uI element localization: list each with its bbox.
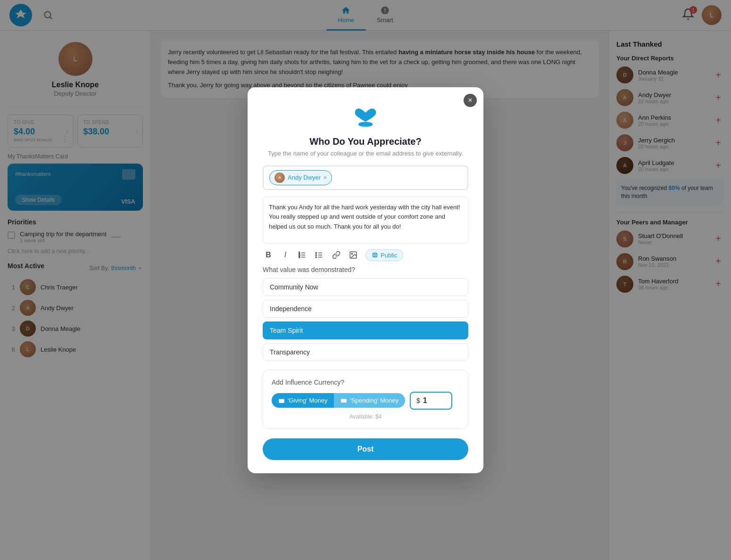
available-text: Available: $4 [272, 413, 459, 420]
giving-money-button[interactable]: 'Giving' Money [272, 393, 334, 408]
svg-point-13 [316, 252, 316, 253]
svg-point-15 [316, 256, 316, 257]
recipient-field[interactable]: A Andy Dwyer × [263, 165, 468, 190]
spending-money-button[interactable]: 'Spending' Money [334, 393, 405, 408]
recipient-chip: A Andy Dwyer × [269, 170, 332, 185]
modal-close-button[interactable]: × [464, 94, 477, 107]
modal-title: Who Do You Appreciate? [263, 136, 468, 147]
italic-button[interactable]: I [280, 249, 291, 261]
amount-value: 1 [423, 396, 427, 405]
post-button[interactable]: Post [263, 438, 468, 460]
svg-rect-20 [279, 399, 284, 403]
message-text: Thank you Andy for all the hard work yes… [269, 203, 462, 232]
value-team-spirit[interactable]: Team Spirit [263, 321, 468, 339]
dollar-sign: $ [416, 397, 420, 404]
svg-point-17 [351, 253, 352, 254]
value-community-now[interactable]: Community Now [263, 278, 468, 296]
format-toolbar: B I 123 [263, 249, 468, 261]
svg-text:3: 3 [299, 256, 300, 258]
amount-input[interactable]: $ 1 [410, 392, 452, 410]
currency-toggle: 'Giving' Money 'Spending' Money [272, 393, 405, 408]
svg-rect-3 [359, 122, 372, 125]
bold-button[interactable]: B [263, 249, 274, 261]
svg-point-14 [316, 255, 316, 255]
public-visibility-badge[interactable]: Public [366, 249, 403, 261]
message-area[interactable]: Thank you Andy for all the hard work yes… [263, 197, 468, 244]
modal-overlay[interactable]: × Who Do You Appreciate? Type the name o… [0, 0, 731, 560]
value-transparency[interactable]: Transparency [263, 343, 468, 361]
value-independence[interactable]: Independence [263, 300, 468, 318]
ordered-list-button[interactable]: 123 [297, 249, 308, 261]
currency-row: 'Giving' Money 'Spending' Money $ 1 [272, 392, 459, 410]
currency-section: Add Influence Currency? 'Giving' Money '… [263, 370, 468, 429]
appreciate-modal: × Who Do You Appreciate? Type the name o… [248, 87, 483, 473]
chip-avatar: A [274, 173, 285, 183]
link-button[interactable] [331, 249, 342, 261]
values-label: What value was demonstrated? [263, 266, 468, 273]
values-section: What value was demonstrated? Community N… [263, 266, 468, 361]
currency-label: Add Influence Currency? [272, 379, 459, 386]
unordered-list-button[interactable] [314, 249, 325, 261]
modal-appreciate-icon [263, 102, 468, 131]
recipient-name: Andy Dwyer [288, 174, 321, 181]
image-button[interactable] [348, 249, 359, 261]
chip-close-icon[interactable]: × [324, 174, 327, 181]
visibility-label: Public [381, 252, 397, 259]
svg-rect-21 [341, 398, 347, 402]
modal-subtitle: Type the name of your colleague or the e… [263, 150, 468, 157]
